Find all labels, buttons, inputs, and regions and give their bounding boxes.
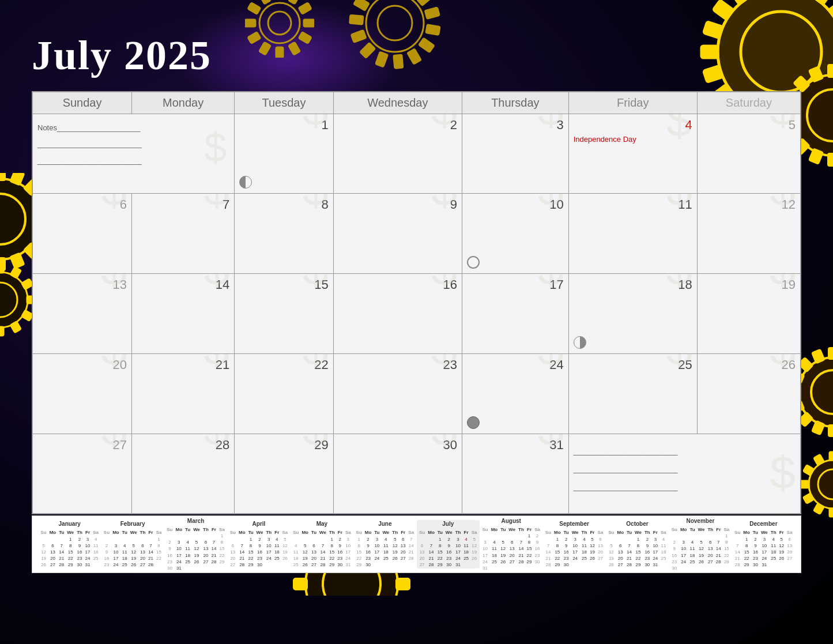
calendar-container: Sunday Monday Tuesday Wednesday Thursday… (32, 91, 801, 575)
day-jul-9: 9 $ (333, 194, 462, 274)
day-number-10: 10 (467, 197, 564, 212)
mini-month-april: April SuMoTuWeThFrSa 12345 6789101112 13… (227, 520, 290, 568)
mini-month-december: December SuMoTuWeThFrSa 123456 789101112… (732, 520, 795, 568)
mini-month-february: February SuMoTuWeThFrSa 1 2345678 910111… (101, 520, 164, 568)
day-jul-6: 6 $ (32, 194, 132, 274)
day-jul-14: 14 $ (132, 274, 235, 354)
day-jul-21: 21 $ (132, 353, 235, 434)
day-number-26: 26 (702, 357, 796, 372)
day-jul-19: 19 $ (697, 274, 801, 354)
day-number-24: 24 (467, 357, 564, 372)
day-jul-24: 24 $ (462, 353, 569, 434)
day-number-1: 1 (239, 118, 329, 133)
day-jul-10: 10 $ (462, 194, 569, 274)
day-jul-22: 22 $ (235, 353, 334, 434)
day-number-8: 8 (239, 197, 329, 212)
day-jul-17: 17 $ (462, 274, 569, 354)
day-jul-13: 13 $ (32, 274, 132, 354)
day-number-31: 31 (467, 438, 564, 453)
week5-notes-lines: _________________________ ______________… (574, 442, 796, 496)
day-jul-5: 5 $ (697, 114, 801, 194)
moon-first-quarter-icon (574, 336, 586, 349)
header-tuesday: Tuesday (235, 92, 334, 114)
mini-month-june: June SuMoTuWeThFrSa 1234567 891011121314… (353, 520, 416, 568)
mini-month-november: November SuMoTuWeThFrSa 1 2345678 910111… (669, 517, 732, 571)
day-jul-3: 3 $ (462, 114, 569, 194)
mini-month-october: October SuMoTuWeThFrSa 1234 567891011 12… (606, 520, 669, 568)
day-number-14: 14 (137, 277, 229, 292)
header-sunday: Sunday (32, 92, 132, 114)
header-monday: Monday (132, 92, 235, 114)
day-jul-23: 23 $ (333, 353, 462, 434)
day-jul-27: 27 $ (32, 434, 132, 514)
day-jul-20: 20 $ (32, 353, 132, 434)
day-number-21: 21 (137, 357, 229, 372)
header-thursday: Thursday (462, 92, 569, 114)
notes-cell-week5: $ _________________________ ____________… (568, 434, 801, 514)
header-friday: Friday (568, 92, 697, 114)
day-number-13: 13 (37, 277, 127, 292)
notes-cell-week1: $ Notes____________________ ____________… (32, 114, 235, 194)
day-jul-25: 25 $ (568, 353, 697, 434)
day-jul-31: 31 $ (462, 434, 569, 514)
day-jul-7: 7 $ (132, 194, 235, 274)
day-number-12: 12 (702, 197, 796, 212)
day-number-7: 7 (137, 197, 229, 212)
day-jul-30: 30 $ (333, 434, 462, 514)
day-jul-28: 28 $ (132, 434, 235, 514)
header-wednesday: Wednesday (333, 92, 462, 114)
day-jul-8: 8 $ (235, 194, 334, 274)
day-number-9: 9 (338, 197, 457, 212)
day-number-15: 15 (239, 277, 329, 292)
moon-full-icon (467, 256, 480, 269)
day-jul-11: 11 $ (568, 194, 697, 274)
independence-day-label: Independence Day (574, 135, 692, 144)
day-number-27: 27 (37, 438, 127, 453)
day-jul-16: 16 $ (333, 274, 462, 354)
day-jul-18: 18 $ (568, 274, 697, 354)
day-number-29: 29 (239, 438, 329, 453)
mini-month-september: September SuMoTuWeThFrSa 123456 78910111… (542, 520, 605, 568)
day-number-5: 5 (702, 118, 796, 133)
calendar-title: July 2025 (32, 32, 212, 80)
day-number-6: 6 (37, 197, 127, 212)
mini-month-july: July SuMoTuWeThFrSa 12345 6789101112 131… (417, 520, 480, 568)
day-number-11: 11 (574, 197, 692, 212)
day-number-3: 3 (467, 118, 564, 133)
day-number-28: 28 (137, 438, 229, 453)
mini-month-august: August SuMoTuWeThFrSa 12 3456789 1011121… (480, 517, 542, 571)
day-number-17: 17 (467, 277, 564, 292)
day-number-2: 2 (338, 118, 457, 133)
day-number-4: 4 (574, 118, 692, 133)
day-number-20: 20 (37, 357, 127, 372)
moon-new-icon (467, 416, 480, 429)
mini-calendar-strip: January SuMoTuWeThFrSa 1234 567891011 12… (32, 515, 801, 573)
day-jul-26: 26 $ (697, 353, 801, 434)
calendar-table: Sunday Monday Tuesday Wednesday Thursday… (32, 91, 801, 514)
day-jul-1: 1 $ (235, 114, 334, 194)
header-saturday: Saturday (697, 92, 801, 114)
day-number-25: 25 (574, 357, 692, 372)
day-number-18: 18 (574, 277, 692, 292)
day-number-16: 16 (338, 277, 457, 292)
day-jul-4: 4 Independence Day $ (568, 114, 697, 194)
day-number-19: 19 (702, 277, 796, 292)
day-jul-12: 12 $ (697, 194, 801, 274)
day-jul-2: 2 $ (333, 114, 462, 194)
moon-last-quarter-icon (239, 176, 252, 189)
day-number-22: 22 (239, 357, 329, 372)
day-jul-29: 29 $ (235, 434, 334, 514)
mini-month-march: March SuMoTuWeThFrSa 1 2345678 910111213… (164, 517, 227, 571)
day-number-30: 30 (338, 438, 457, 453)
mini-month-january: January SuMoTuWeThFrSa 1234 567891011 12… (38, 520, 101, 568)
mini-month-may: May SuMoTuWeThFrSa 123 45678910 11121314… (291, 520, 353, 568)
week1-notes: Notes____________________ ______________… (37, 120, 229, 170)
day-jul-15: 15 $ (235, 274, 334, 354)
day-number-23: 23 (338, 357, 457, 372)
